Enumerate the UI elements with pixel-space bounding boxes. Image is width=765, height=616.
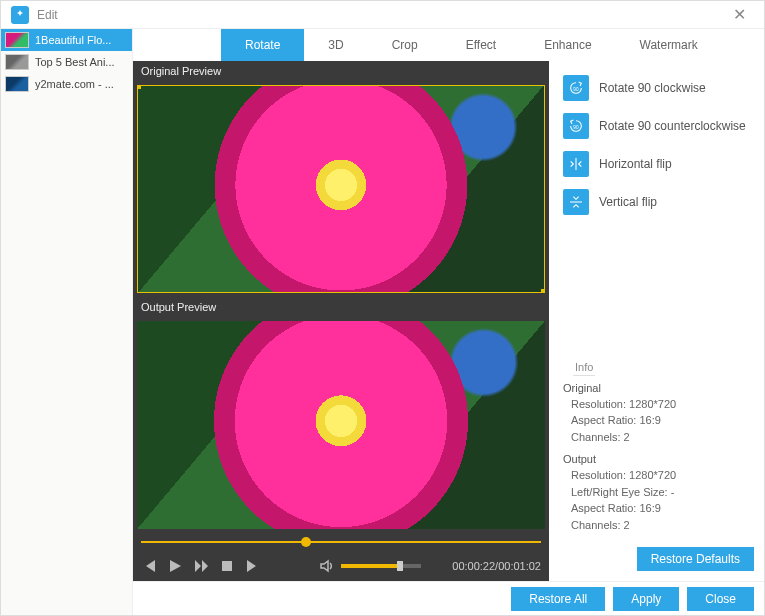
player-controls: 00:00:22/00:01:02 xyxy=(133,533,549,581)
horizontal-flip-button[interactable]: Horizontal flip xyxy=(563,151,754,177)
app-icon xyxy=(11,6,29,24)
svg-text:90: 90 xyxy=(573,125,579,130)
tab-watermark[interactable]: Watermark xyxy=(616,29,722,61)
rotate-cw-button[interactable]: 90 Rotate 90 clockwise xyxy=(563,75,754,101)
fast-forward-icon[interactable] xyxy=(193,558,209,574)
preview-panel: Original Preview Output Preview xyxy=(133,61,549,581)
sidebar-item-0[interactable]: 1Beautiful Flo... xyxy=(1,29,132,51)
prev-frame-icon[interactable] xyxy=(141,558,157,574)
next-frame-icon[interactable] xyxy=(245,558,261,574)
original-preview[interactable] xyxy=(137,85,545,293)
opt-label: Vertical flip xyxy=(599,195,657,209)
thumbnail-icon xyxy=(5,76,29,92)
tab-enhance[interactable]: Enhance xyxy=(520,29,615,61)
volume-icon[interactable] xyxy=(319,558,335,574)
svg-rect-0 xyxy=(222,561,232,571)
apply-button[interactable]: Apply xyxy=(613,587,679,611)
stop-icon[interactable] xyxy=(219,558,235,574)
thumbnail-icon xyxy=(5,54,29,70)
opt-label: Horizontal flip xyxy=(599,157,672,171)
original-preview-title: Original Preview xyxy=(133,61,549,81)
vertical-flip-button[interactable]: Vertical flip xyxy=(563,189,754,215)
info-original-title: Original xyxy=(563,382,754,394)
sidebar-item-1[interactable]: Top 5 Best Ani... xyxy=(1,51,132,73)
seek-bar[interactable] xyxy=(141,535,541,549)
time-display: 00:00:22/00:01:02 xyxy=(452,560,541,572)
tab-label: 3D xyxy=(328,38,343,52)
info-section: Info Original Resolution: 1280*720 Aspec… xyxy=(563,361,754,542)
tab-label: Watermark xyxy=(640,38,698,52)
close-icon[interactable]: ✕ xyxy=(725,1,754,28)
window-title: Edit xyxy=(37,8,58,22)
info-heading: Info xyxy=(573,361,595,376)
info-output-title: Output xyxy=(563,453,754,465)
tab-label: Rotate xyxy=(245,38,280,52)
rotate-cw-icon: 90 xyxy=(563,75,589,101)
tab-effect[interactable]: Effect xyxy=(442,29,520,61)
thumbnail-icon xyxy=(5,32,29,48)
play-icon[interactable] xyxy=(167,558,183,574)
sidebar-item-label: y2mate.com - ... xyxy=(35,78,114,90)
tab-rotate[interactable]: Rotate xyxy=(221,29,304,61)
tab-label: Enhance xyxy=(544,38,591,52)
output-preview-title: Output Preview xyxy=(133,297,549,317)
footer: Restore All Apply Close xyxy=(133,581,764,615)
tab-label: Crop xyxy=(392,38,418,52)
volume-slider[interactable] xyxy=(341,564,421,568)
restore-all-button[interactable]: Restore All xyxy=(511,587,605,611)
right-panel: 90 Rotate 90 clockwise 90 Rotate 90 coun… xyxy=(549,61,764,581)
tab-3d[interactable]: 3D xyxy=(304,29,367,61)
output-preview xyxy=(137,321,545,529)
sidebar-item-label: 1Beautiful Flo... xyxy=(35,34,111,46)
tabs: Rotate 3D Crop Effect Enhance Watermark xyxy=(133,29,764,61)
sidebar-item-2[interactable]: y2mate.com - ... xyxy=(1,73,132,95)
svg-text:90: 90 xyxy=(573,87,579,92)
tab-label: Effect xyxy=(466,38,496,52)
sidebar: 1Beautiful Flo... Top 5 Best Ani... y2ma… xyxy=(1,29,133,615)
vertical-flip-icon xyxy=(563,189,589,215)
sidebar-item-label: Top 5 Best Ani... xyxy=(35,56,115,68)
opt-label: Rotate 90 clockwise xyxy=(599,81,706,95)
opt-label: Rotate 90 counterclockwise xyxy=(599,119,746,133)
horizontal-flip-icon xyxy=(563,151,589,177)
restore-defaults-button[interactable]: Restore Defaults xyxy=(637,547,754,571)
tab-crop[interactable]: Crop xyxy=(368,29,442,61)
close-button[interactable]: Close xyxy=(687,587,754,611)
rotate-ccw-icon: 90 xyxy=(563,113,589,139)
titlebar: Edit ✕ xyxy=(1,1,764,29)
rotate-ccw-button[interactable]: 90 Rotate 90 counterclockwise xyxy=(563,113,754,139)
